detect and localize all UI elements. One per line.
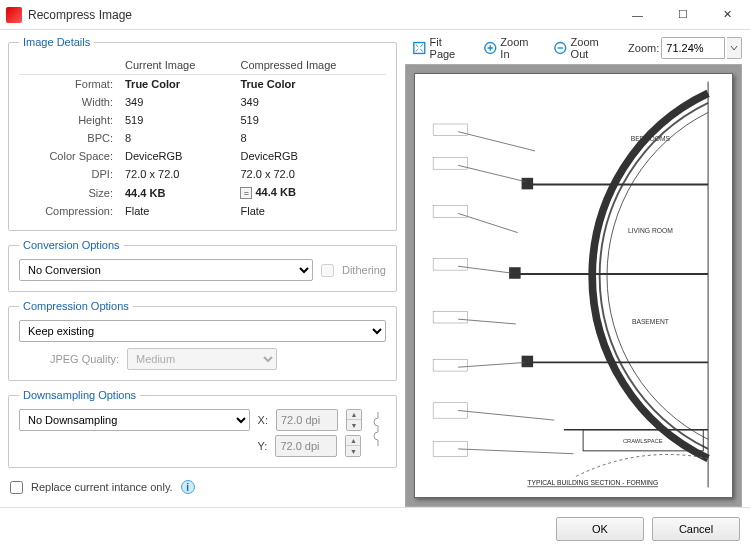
- conversion-legend: Conversion Options: [19, 239, 124, 251]
- details-row: Compression:FlateFlate: [19, 202, 386, 220]
- compression-legend: Compression Options: [19, 300, 133, 312]
- details-label: Format:: [19, 75, 119, 94]
- minus-icon: [553, 40, 568, 56]
- svg-rect-22: [433, 206, 468, 218]
- details-current: 44.4 KB: [119, 183, 234, 202]
- image-details-table: Current Image Compressed Image Format:Tr…: [19, 56, 386, 220]
- col-current: Current Image: [119, 56, 234, 75]
- details-compressed: DeviceRGB: [234, 147, 386, 165]
- svg-line-18: [458, 410, 554, 420]
- zoom-out-button[interactable]: Zoom Out: [546, 36, 622, 60]
- svg-line-12: [458, 132, 535, 151]
- details-label: Compression:: [19, 202, 119, 220]
- details-label: Height:: [19, 111, 119, 129]
- maximize-button[interactable]: ☐: [660, 0, 705, 30]
- compression-select[interactable]: Keep existing: [19, 320, 386, 342]
- downsample-y-input: [275, 435, 337, 457]
- downsample-x-label: X:: [258, 414, 268, 426]
- room-label: CRAWLSPACE: [623, 438, 663, 444]
- dithering-label: Dithering: [342, 264, 386, 276]
- svg-rect-24: [433, 311, 468, 323]
- details-current: 519: [119, 111, 234, 129]
- zoom-value-input[interactable]: [661, 37, 725, 59]
- details-current: True Color: [119, 75, 234, 94]
- image-details-legend: Image Details: [19, 36, 94, 48]
- svg-line-15: [458, 266, 511, 273]
- details-compressed: True Color: [234, 75, 386, 94]
- jpeg-quality-label: JPEG Quality:: [19, 353, 119, 365]
- replace-instance-checkbox[interactable]: [10, 481, 23, 494]
- details-label: BPC:: [19, 129, 119, 147]
- fit-page-icon: [412, 40, 427, 56]
- downsampling-select[interactable]: No Downsampling: [19, 409, 250, 431]
- room-label: BASEMENT: [632, 318, 669, 325]
- ok-button[interactable]: OK: [556, 517, 644, 541]
- preview-document: BEDROOMS LIVING ROOM BASEMENT CRAWLSPACE…: [414, 73, 733, 498]
- svg-rect-20: [433, 124, 468, 136]
- image-details-group: Image Details Current Image Compressed I…: [8, 36, 397, 231]
- svg-line-19: [458, 449, 573, 454]
- col-compressed: Compressed Image: [234, 56, 386, 75]
- details-current: 349: [119, 93, 234, 111]
- cancel-button[interactable]: Cancel: [652, 517, 740, 541]
- svg-rect-23: [433, 259, 468, 271]
- chevron-down-icon: [730, 44, 738, 52]
- jpeg-quality-select: Medium: [127, 348, 277, 370]
- replace-instance-label: Replace current intance only.: [31, 481, 173, 493]
- downsample-x-input: [276, 409, 338, 431]
- conversion-group: Conversion Options No Conversion Ditheri…: [8, 239, 397, 292]
- details-current: 8: [119, 129, 234, 147]
- details-current: DeviceRGB: [119, 147, 234, 165]
- zoom-in-button[interactable]: Zoom In: [476, 36, 544, 60]
- fit-page-button[interactable]: Fit Page: [405, 36, 474, 60]
- details-label: Width:: [19, 93, 119, 111]
- svg-rect-9: [522, 178, 534, 190]
- details-current: 72.0 x 72.0: [119, 165, 234, 183]
- svg-line-13: [458, 165, 525, 181]
- drawing-caption: TYPICAL BUILDING SECTION - FORMING: [527, 479, 658, 486]
- svg-rect-26: [433, 403, 468, 418]
- dialog-footer: OK Cancel: [0, 507, 750, 549]
- details-row: Size:44.4 KB=44.4 KB: [19, 183, 386, 202]
- zoom-dropdown-button[interactable]: [727, 37, 742, 59]
- details-row: BPC:88: [19, 129, 386, 147]
- details-row: Format:True ColorTrue Color: [19, 75, 386, 94]
- details-row: DPI:72.0 x 72.072.0 x 72.0: [19, 165, 386, 183]
- svg-rect-11: [522, 356, 534, 368]
- minimize-button[interactable]: —: [615, 0, 660, 30]
- svg-rect-21: [433, 158, 468, 170]
- app-icon: [6, 7, 22, 23]
- details-label: Size:: [19, 183, 119, 202]
- details-compressed: 349: [234, 93, 386, 111]
- details-compressed: 519: [234, 111, 386, 129]
- equal-icon: =: [240, 187, 252, 199]
- downsample-y-label: Y:: [258, 440, 268, 452]
- details-compressed: =44.4 KB: [234, 183, 386, 202]
- svg-line-17: [458, 362, 525, 367]
- dithering-checkbox: [321, 264, 334, 277]
- room-label: BEDROOMS: [631, 135, 671, 142]
- details-current: Flate: [119, 202, 234, 220]
- x-spinner: ▲▼: [346, 409, 362, 431]
- titlebar: Recompress Image — ☐ ✕: [0, 0, 750, 30]
- window-title: Recompress Image: [28, 8, 615, 22]
- close-button[interactable]: ✕: [705, 0, 750, 30]
- room-label: LIVING ROOM: [628, 227, 673, 234]
- downsampling-legend: Downsampling Options: [19, 389, 140, 401]
- y-spinner: ▲▼: [345, 435, 361, 457]
- details-row: Width:349349: [19, 93, 386, 111]
- zoom-label: Zoom:: [628, 42, 659, 54]
- info-icon[interactable]: i: [181, 480, 195, 494]
- details-row: Color Space:DeviceRGBDeviceRGB: [19, 147, 386, 165]
- details-compressed: Flate: [234, 202, 386, 220]
- preview-frame[interactable]: BEDROOMS LIVING ROOM BASEMENT CRAWLSPACE…: [405, 64, 742, 507]
- compression-group: Compression Options Keep existing JPEG Q…: [8, 300, 397, 381]
- preview-toolbar: Fit Page Zoom In Zoom Out Zoom:: [405, 36, 742, 60]
- details-compressed: 72.0 x 72.0: [234, 165, 386, 183]
- link-aspect-icon[interactable]: [370, 409, 386, 451]
- details-label: DPI:: [19, 165, 119, 183]
- svg-rect-0: [414, 43, 425, 54]
- conversion-select[interactable]: No Conversion: [19, 259, 313, 281]
- downsampling-group: Downsampling Options No Downsampling X: …: [8, 389, 397, 468]
- svg-rect-25: [433, 360, 468, 372]
